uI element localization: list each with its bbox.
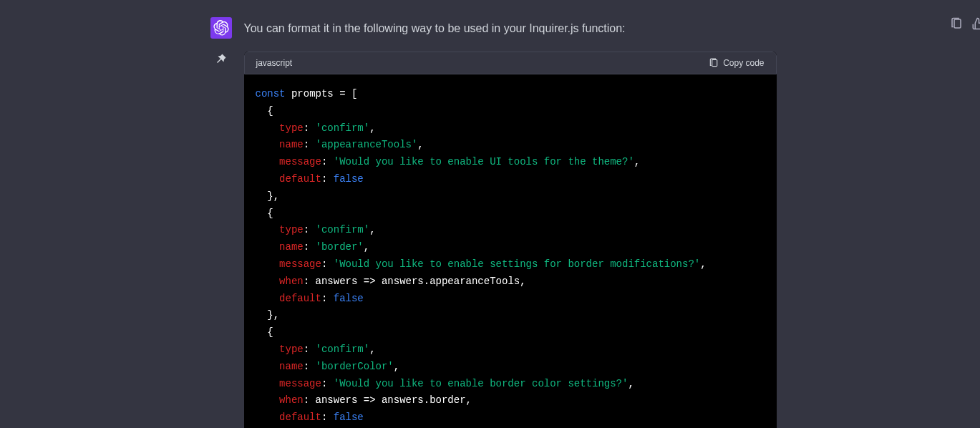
svg-rect-0 <box>712 59 717 66</box>
pin-icon[interactable] <box>215 53 227 64</box>
copy-code-label: Copy code <box>723 58 764 68</box>
assistant-message-row: You can format it in the following way t… <box>204 0 777 428</box>
message-content: You can format it in the following way t… <box>238 17 777 428</box>
code-body[interactable]: const prompts = [ { type: 'confirm', nam… <box>244 74 777 428</box>
copy-message-button[interactable] <box>950 17 963 33</box>
thumbs-up-icon <box>971 17 981 30</box>
assistant-avatar <box>210 17 232 39</box>
clipboard-icon <box>709 58 719 68</box>
code-block: javascript Copy code const prompts = [ {… <box>244 52 777 428</box>
copy-code-button[interactable]: Copy code <box>709 58 764 68</box>
thumbs-up-button[interactable] <box>971 17 981 33</box>
clipboard-icon <box>950 17 963 30</box>
message-actions <box>950 17 981 33</box>
code-header: javascript Copy code <box>244 52 777 74</box>
code-language-label: javascript <box>256 58 293 68</box>
openai-logo-icon <box>213 20 229 36</box>
message-text: You can format it in the following way t… <box>244 20 777 37</box>
avatar-column <box>204 17 238 428</box>
svg-rect-1 <box>954 19 961 28</box>
